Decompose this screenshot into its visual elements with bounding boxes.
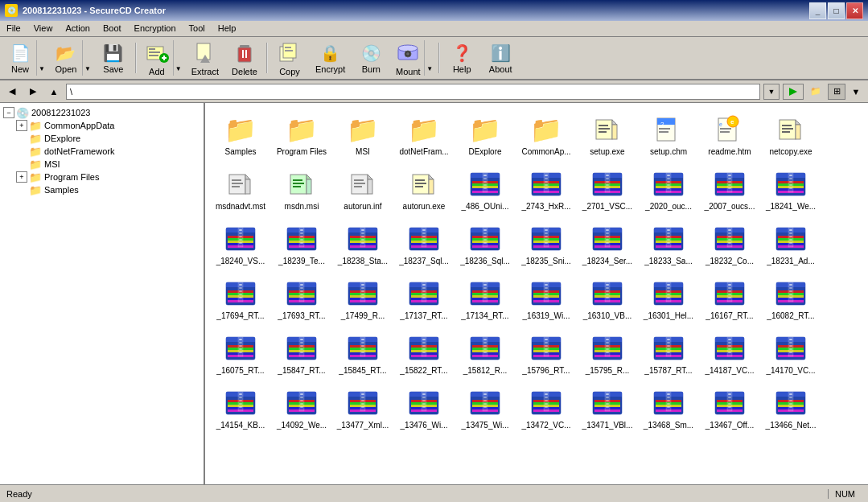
tree-programfiles[interactable]: + 📁 Program Files	[13, 171, 204, 183]
root-expander[interactable]: −	[3, 107, 14, 118]
file-item[interactable]: autorun.exe	[395, 164, 453, 216]
file-item[interactable]: _18233_Sa...	[640, 219, 697, 270]
menu-help[interactable]: Help	[212, 23, 243, 35]
large-icons-view[interactable]: ⊞	[828, 84, 845, 100]
mount-dropdown-arrow[interactable]: ▼	[424, 40, 434, 76]
file-item[interactable]: autorun.inf	[334, 164, 392, 216]
file-item[interactable]: _15795_R...	[578, 328, 636, 380]
up-button[interactable]: ▲	[45, 84, 63, 100]
file-item[interactable]: 📁 dotNetFram...	[395, 109, 453, 161]
tree-root[interactable]: − 💿 200812231023	[0, 106, 204, 119]
file-item[interactable]: _17693_RT...	[273, 274, 331, 325]
file-item[interactable]: _15847_RT...	[273, 328, 331, 380]
file-item[interactable]: _18236_Sql...	[456, 219, 514, 270]
file-item[interactable]: _13472_VC...	[517, 383, 575, 434]
save-button[interactable]: 💾 Save	[95, 39, 132, 76]
encrypt-button[interactable]: 🔒 Encrypt	[310, 39, 351, 76]
file-item[interactable]: 📁 DExplore	[456, 109, 514, 161]
file-item[interactable]: _14187_VC...	[701, 328, 759, 380]
programfiles-expander[interactable]: +	[16, 171, 27, 183]
file-item[interactable]: _13475_Wi...	[456, 383, 514, 434]
menu-file[interactable]: File	[0, 23, 27, 35]
file-item[interactable]: 📁 CommonAp...	[517, 109, 575, 161]
maximize-button[interactable]: □	[828, 2, 845, 19]
address-dropdown[interactable]: ▼	[763, 84, 780, 100]
file-item[interactable]: _14170_VC...	[762, 328, 820, 380]
add-button[interactable]: Add ▼	[140, 39, 184, 76]
file-item[interactable]: _17694_RT...	[212, 274, 269, 325]
copy-button[interactable]: Copy	[271, 39, 308, 76]
file-item[interactable]: _18232_Co...	[701, 219, 759, 270]
file-item[interactable]: 📁 Samples	[212, 109, 269, 161]
commonappdata-expander[interactable]: +	[16, 120, 27, 131]
file-item[interactable]: _16310_VB...	[578, 274, 636, 325]
file-item[interactable]: _13471_VBl...	[578, 383, 636, 434]
file-item[interactable]: msdnadvt.mst	[212, 164, 269, 216]
file-item[interactable]: _2020_ouc...	[640, 164, 697, 216]
back-button[interactable]: ◀	[3, 84, 21, 100]
file-item[interactable]: _18231_Ad...	[762, 219, 820, 270]
file-item[interactable]: _15812_R...	[456, 328, 514, 380]
file-item[interactable]: _18235_Sni...	[517, 219, 575, 270]
tree-msi[interactable]: 📁 MSI	[13, 158, 204, 171]
help-button[interactable]: ❓ Help	[443, 39, 480, 76]
open-dropdown-arrow[interactable]: ▼	[82, 40, 93, 76]
tree-commonappdata[interactable]: + 📁 CommonAppData	[13, 119, 204, 132]
file-item[interactable]: _18238_Sta...	[334, 219, 392, 270]
file-item[interactable]: _17137_RT...	[395, 274, 453, 325]
minimize-button[interactable]: _	[809, 2, 826, 19]
close-button[interactable]: ✕	[846, 2, 863, 19]
file-item[interactable]: _13466_Net...	[762, 383, 820, 434]
menu-encryption[interactable]: Encryption	[128, 23, 183, 35]
address-input[interactable]	[66, 84, 760, 100]
file-item[interactable]: _14092_We...	[273, 383, 331, 434]
file-item[interactable]: _16167_RT...	[701, 274, 759, 325]
file-item[interactable]: e e readme.htm	[701, 109, 759, 161]
burn-button[interactable]: 💿 Burn	[352, 39, 389, 76]
file-item[interactable]: _2007_oucs...	[701, 164, 759, 216]
file-item[interactable]: _16082_RT...	[762, 274, 820, 325]
file-item[interactable]: _16075_RT...	[212, 328, 269, 380]
tree-dexplore[interactable]: 📁 DExplore	[13, 132, 204, 145]
tree-dotnetframework[interactable]: 📁 dotNetFramework	[13, 145, 204, 158]
open-button[interactable]: 📂 Open ▼	[49, 39, 93, 76]
menu-action[interactable]: Action	[59, 23, 97, 35]
folder-nav-button[interactable]: 📁	[807, 84, 825, 100]
file-item[interactable]: _17134_RT...	[456, 274, 514, 325]
file-item[interactable]: netcopy.exe	[762, 109, 820, 161]
file-item[interactable]: _2701_VSC...	[578, 164, 636, 216]
file-item[interactable]: setup.exe	[578, 109, 636, 161]
file-item[interactable]: _13477_Xml...	[334, 383, 392, 434]
menu-view[interactable]: View	[27, 23, 60, 35]
file-item[interactable]: _17499_R...	[334, 274, 392, 325]
file-item[interactable]: _18239_Te...	[273, 219, 331, 270]
file-item[interactable]: _15845_RT...	[334, 328, 392, 380]
file-item[interactable]: _16301_Hel...	[640, 274, 697, 325]
file-item[interactable]: _15796_RT...	[517, 328, 575, 380]
file-item[interactable]: _18234_Ser...	[578, 219, 636, 270]
file-item[interactable]: _13467_Off...	[701, 383, 759, 434]
view-dropdown[interactable]: ▼	[847, 84, 865, 100]
file-item[interactable]: _14154_KB...	[212, 383, 269, 434]
add-dropdown-arrow[interactable]: ▼	[173, 40, 183, 76]
delete-button[interactable]: Delete	[226, 39, 263, 76]
file-item[interactable]: 📁 MSI	[334, 109, 392, 161]
menu-boot[interactable]: Boot	[97, 23, 128, 35]
new-dropdown-arrow[interactable]: ▼	[36, 40, 47, 76]
go-button[interactable]	[783, 84, 804, 100]
extract-button[interactable]: Extract	[186, 39, 224, 76]
file-item[interactable]: _13476_Wi...	[395, 383, 453, 434]
file-item[interactable]: _18241_We...	[762, 164, 820, 216]
file-item[interactable]: _18237_Sql...	[395, 219, 453, 270]
file-item[interactable]: _15822_RT...	[395, 328, 453, 380]
file-item[interactable]: _15787_RT...	[640, 328, 697, 380]
file-item[interactable]: 📁 Program Files	[273, 109, 331, 161]
mount-button[interactable]: Mount ▼	[391, 39, 435, 76]
menu-tool[interactable]: Tool	[183, 23, 212, 35]
about-button[interactable]: ℹ️ About	[482, 39, 519, 76]
file-item[interactable]: _486_OUni...	[456, 164, 514, 216]
new-button[interactable]: 📄 New ▼	[3, 39, 47, 76]
forward-button[interactable]: ▶	[24, 84, 42, 100]
file-item[interactable]: msdn.msi	[273, 164, 331, 216]
file-item[interactable]: _18240_VS...	[212, 219, 269, 270]
